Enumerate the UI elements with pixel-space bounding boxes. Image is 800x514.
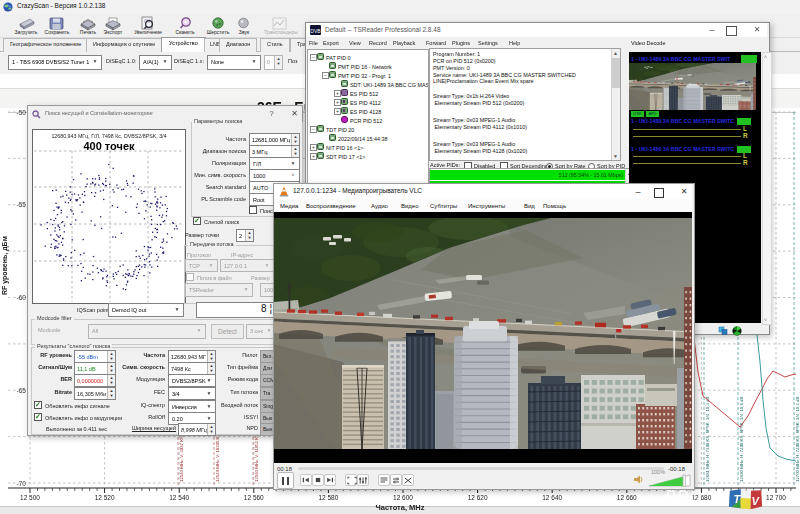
svg-text:-50: -50 <box>17 109 27 116</box>
svg-text:12 500: 12 500 <box>20 494 40 501</box>
svg-text:12 640: 12 640 <box>542 494 562 501</box>
svg-text:12 620: 12 620 <box>468 494 488 501</box>
svg-text:12681 MHz; H; 7498 KS; 8PSK; 3: 12681 MHz; H; 7498 KS; 8PSK; 3/4; 10,4 d… <box>705 397 710 482</box>
svg-text:12 560: 12 560 <box>244 494 264 501</box>
svg-text:RF уровень, дБм: RF уровень, дБм <box>1 236 9 295</box>
svg-text:12 660: 12 660 <box>617 494 637 501</box>
svg-text:12 540: 12 540 <box>169 494 189 501</box>
svg-text:-60: -60 <box>17 294 27 301</box>
svg-text:12 520: 12 520 <box>95 494 115 501</box>
svg-text:-65: -65 <box>17 387 27 394</box>
svg-text:12700 MHz; H; 7498 KS; 8PSK; 3: 12700 MHz; H; 7498 KS; 8PSK; 3/4; 10,2 d… <box>795 397 800 482</box>
svg-text:-70: -70 <box>17 480 27 487</box>
svg-text:DVB: DVB <box>310 28 321 34</box>
svg-text:-55: -55 <box>17 201 27 208</box>
svg-text:12690 MHz; H; 7498 KS; 8PSK; 3: 12690 MHz; H; 7498 KS; 8PSK; 3/4; 10,8 d… <box>739 397 744 482</box>
svg-text:12 600: 12 600 <box>393 494 413 501</box>
svg-text:12 580: 12 580 <box>318 494 338 501</box>
svg-text:Частота, MHz: Частота, MHz <box>375 503 424 512</box>
